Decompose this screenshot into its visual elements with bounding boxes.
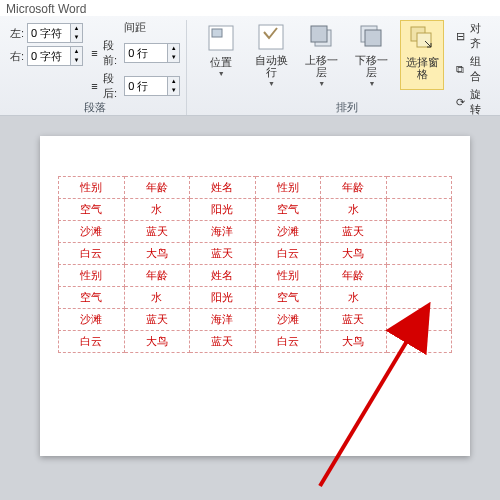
selection-pane-icon bbox=[407, 23, 437, 53]
table-cell[interactable]: 白云 bbox=[59, 331, 125, 353]
table-cell[interactable]: 沙滩 bbox=[59, 221, 125, 243]
align-button[interactable]: ⊟对齐 bbox=[450, 20, 494, 52]
table-cell[interactable]: 蓝天 bbox=[190, 331, 256, 353]
indent-left-label: 左: bbox=[10, 26, 24, 41]
workspace: 性别年龄姓名性别年龄空气水阳光空气水沙滩蓝天海洋沙滩蓝天白云大鸟蓝天白云大鸟性别… bbox=[0, 116, 500, 500]
table-cell[interactable]: 沙滩 bbox=[255, 309, 321, 331]
group-icon: ⧉ bbox=[453, 62, 467, 77]
table-row[interactable]: 沙滩蓝天海洋沙滩蓝天 bbox=[59, 221, 452, 243]
table-row[interactable]: 白云大鸟蓝天白云大鸟 bbox=[59, 243, 452, 265]
table-cell[interactable]: 年龄 bbox=[321, 265, 387, 287]
table-cell[interactable]: 白云 bbox=[255, 331, 321, 353]
chevron-down-icon: ▼ bbox=[318, 80, 325, 87]
table-cell[interactable]: 性别 bbox=[59, 177, 125, 199]
wrap-icon bbox=[256, 23, 286, 51]
spacing-after-input[interactable] bbox=[125, 77, 167, 95]
indent-left-input[interactable] bbox=[28, 24, 70, 42]
table-row[interactable]: 沙滩蓝天海洋沙滩蓝天 bbox=[59, 309, 452, 331]
table-cell[interactable]: 性别 bbox=[255, 177, 321, 199]
table-row[interactable]: 性别年龄姓名性别年龄 bbox=[59, 265, 452, 287]
table-cell[interactable]: 大鸟 bbox=[124, 331, 190, 353]
spacing-before-spin[interactable]: ▲▼ bbox=[124, 43, 180, 63]
spin-up-icon[interactable]: ▲ bbox=[168, 77, 179, 86]
table-cell[interactable]: 海洋 bbox=[190, 221, 256, 243]
table-cell[interactable]: 年龄 bbox=[124, 177, 190, 199]
arrange-group-label: 排列 bbox=[193, 100, 500, 115]
position-button[interactable]: 位置▼ bbox=[199, 20, 243, 90]
table-cell[interactable]: 沙滩 bbox=[255, 221, 321, 243]
table-cell[interactable] bbox=[386, 177, 452, 199]
table-cell[interactable]: 蓝天 bbox=[190, 243, 256, 265]
send-backward-button[interactable]: 下移一层▼ bbox=[350, 20, 394, 90]
table-cell[interactable]: 阳光 bbox=[190, 199, 256, 221]
spin-up-icon[interactable]: ▲ bbox=[71, 47, 82, 56]
table-cell[interactable]: 水 bbox=[124, 199, 190, 221]
document-page[interactable]: 性别年龄姓名性别年龄空气水阳光空气水沙滩蓝天海洋沙滩蓝天白云大鸟蓝天白云大鸟性别… bbox=[40, 136, 470, 456]
table-cell[interactable]: 性别 bbox=[59, 265, 125, 287]
table-row[interactable]: 空气水阳光空气水 bbox=[59, 287, 452, 309]
table-cell[interactable]: 性别 bbox=[255, 265, 321, 287]
table-row[interactable]: 空气水阳光空气水 bbox=[59, 199, 452, 221]
align-icon: ⊟ bbox=[453, 29, 467, 44]
table-row[interactable]: 白云大鸟蓝天白云大鸟 bbox=[59, 331, 452, 353]
chevron-down-icon: ▼ bbox=[368, 80, 375, 87]
spacing-header: 间距 bbox=[89, 20, 180, 35]
table-cell[interactable] bbox=[386, 309, 452, 331]
table-cell[interactable]: 大鸟 bbox=[321, 243, 387, 265]
indent-right-label: 右: bbox=[10, 49, 24, 64]
table-cell[interactable]: 水 bbox=[321, 287, 387, 309]
table-cell[interactable]: 阳光 bbox=[190, 287, 256, 309]
table-cell[interactable] bbox=[386, 243, 452, 265]
spin-up-icon[interactable]: ▲ bbox=[71, 24, 82, 33]
chevron-down-icon: ▼ bbox=[218, 70, 225, 77]
table-cell[interactable]: 蓝天 bbox=[321, 221, 387, 243]
table-cell[interactable]: 蓝天 bbox=[321, 309, 387, 331]
bring-forward-button[interactable]: 上移一层▼ bbox=[300, 20, 344, 90]
spin-down-icon[interactable]: ▼ bbox=[168, 86, 179, 95]
selection-pane-button[interactable]: 选择窗格 bbox=[400, 20, 444, 90]
table-cell[interactable] bbox=[386, 331, 452, 353]
group-button[interactable]: ⧉组合 bbox=[450, 53, 494, 85]
table-cell[interactable] bbox=[386, 199, 452, 221]
indent-left-spin[interactable]: ▲▼ bbox=[27, 23, 83, 43]
table-cell[interactable]: 海洋 bbox=[190, 309, 256, 331]
svg-rect-1 bbox=[212, 29, 222, 37]
table-cell[interactable] bbox=[386, 221, 452, 243]
spacing-after-label: 段后: bbox=[103, 71, 121, 101]
indent-right-input[interactable] bbox=[28, 47, 70, 65]
table-cell[interactable] bbox=[386, 287, 452, 309]
table-cell[interactable]: 年龄 bbox=[124, 265, 190, 287]
table-cell[interactable]: 蓝天 bbox=[124, 309, 190, 331]
table-cell[interactable]: 空气 bbox=[255, 287, 321, 309]
table-cell[interactable]: 姓名 bbox=[190, 177, 256, 199]
spin-down-icon[interactable]: ▼ bbox=[71, 33, 82, 42]
table-cell[interactable]: 大鸟 bbox=[124, 243, 190, 265]
table-cell[interactable]: 大鸟 bbox=[321, 331, 387, 353]
wrap-text-button[interactable]: 自动换行▼ bbox=[249, 20, 293, 90]
table-cell[interactable]: 水 bbox=[321, 199, 387, 221]
table-cell[interactable]: 空气 bbox=[59, 199, 125, 221]
table-cell[interactable]: 白云 bbox=[59, 243, 125, 265]
document-table[interactable]: 性别年龄姓名性别年龄空气水阳光空气水沙滩蓝天海洋沙滩蓝天白云大鸟蓝天白云大鸟性别… bbox=[58, 176, 452, 353]
spin-down-icon[interactable]: ▼ bbox=[168, 53, 179, 62]
spacing-before-input[interactable] bbox=[125, 44, 167, 62]
table-cell[interactable]: 水 bbox=[124, 287, 190, 309]
app-title: Microsoft Word bbox=[6, 2, 86, 16]
spacing-after-spin[interactable]: ▲▼ bbox=[124, 76, 180, 96]
spin-up-icon[interactable]: ▲ bbox=[168, 44, 179, 53]
indent-column: 左: ▲▼ 右: ▲▼ bbox=[10, 20, 83, 104]
svg-rect-4 bbox=[311, 26, 327, 42]
table-cell[interactable] bbox=[386, 265, 452, 287]
table-row[interactable]: 性别年龄姓名性别年龄 bbox=[59, 177, 452, 199]
table-cell[interactable]: 空气 bbox=[59, 287, 125, 309]
title-bar: Microsoft Word bbox=[0, 0, 500, 16]
table-cell[interactable]: 姓名 bbox=[190, 265, 256, 287]
table-cell[interactable]: 年龄 bbox=[321, 177, 387, 199]
table-cell[interactable]: 沙滩 bbox=[59, 309, 125, 331]
spacing-before-icon: ≡ bbox=[89, 46, 100, 61]
spin-down-icon[interactable]: ▼ bbox=[71, 56, 82, 65]
table-cell[interactable]: 空气 bbox=[255, 199, 321, 221]
table-cell[interactable]: 白云 bbox=[255, 243, 321, 265]
indent-right-spin[interactable]: ▲▼ bbox=[27, 46, 83, 66]
table-cell[interactable]: 蓝天 bbox=[124, 221, 190, 243]
